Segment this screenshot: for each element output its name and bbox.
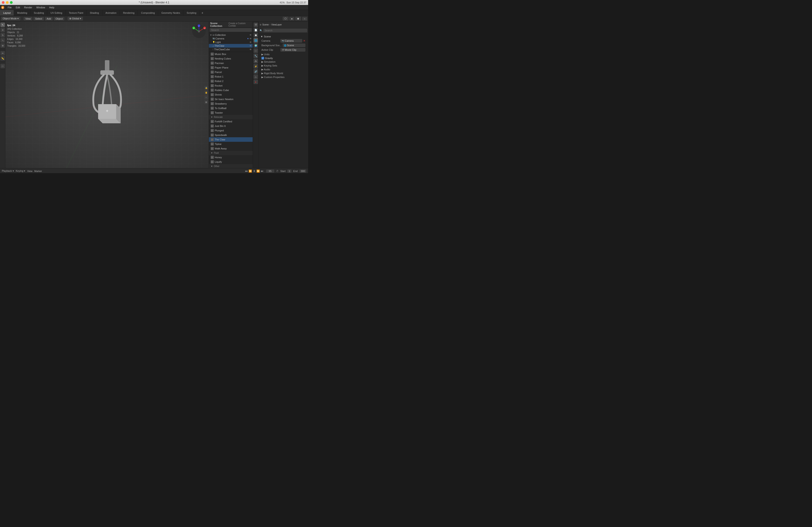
step-back-button[interactable]: ⏪ xyxy=(249,169,252,173)
maximize-button[interactable] xyxy=(10,1,13,4)
view-layer-props-icon[interactable]: 🔲 xyxy=(253,33,258,37)
physics-props-icon[interactable]: ⚡ xyxy=(253,64,258,69)
rigidbody-section[interactable]: ▶ Rigid Body World xyxy=(260,72,307,75)
mode-dropdown[interactable]: Object Mode ▾ xyxy=(1,17,20,20)
tab-shading[interactable]: Shading xyxy=(87,10,102,16)
object-menu[interactable]: Object xyxy=(54,17,64,20)
customprops-section[interactable]: ▶ Custom Properties xyxy=(260,75,307,79)
tab-modeling[interactable]: Modeling xyxy=(14,10,31,16)
section-relocate[interactable]: ▼ Relocate xyxy=(209,115,252,119)
timeline-keying-menu[interactable]: Keying ▾ xyxy=(16,169,26,172)
transform-global[interactable]: ⊕ Global ▾ xyxy=(68,17,83,20)
timeline-view-menu[interactable]: View xyxy=(27,170,32,172)
collection-light[interactable]: 💡 Light 👁 xyxy=(209,40,252,44)
theclawcube-eye-icon[interactable]: 👁 xyxy=(249,48,252,51)
collection-root[interactable]: ▼ 🗂 Collection 👁 xyxy=(209,33,252,37)
viewport-hand-icon[interactable]: ✋ xyxy=(204,91,208,95)
scene-robot1[interactable]: ▷ Robot 1 xyxy=(209,74,252,79)
start-frame-input[interactable]: 1 xyxy=(287,169,291,173)
scene-pacman[interactable]: ▷ Pacman xyxy=(209,61,252,65)
outliner-options[interactable]: Create a Custom Confab xyxy=(229,22,251,27)
activeclip-prop-value[interactable]: 🎬 Movie Clip xyxy=(280,48,305,51)
add-menu[interactable]: Add xyxy=(45,17,53,20)
select-menu[interactable]: Select xyxy=(33,17,44,20)
section-fluid[interactable]: ▼ Fluid xyxy=(209,151,252,155)
output-props-icon[interactable]: 📄 xyxy=(253,28,258,32)
scene-search-input[interactable] xyxy=(210,28,252,32)
rotate-tool[interactable]: ↻ xyxy=(0,33,5,37)
collection-theclaw[interactable]: △ TheClaw 👁 xyxy=(209,44,252,48)
scene-tiptoe[interactable]: ▷ Tiptoe xyxy=(209,142,252,146)
measure-tool[interactable]: 📏 xyxy=(0,56,5,61)
theclaw-eye-icon[interactable]: 👁 xyxy=(249,45,252,47)
menu-edit[interactable]: Edit xyxy=(14,6,22,9)
eye-icon[interactable]: 👁 xyxy=(249,34,252,36)
timeline-marker-menu[interactable]: Marker xyxy=(34,170,42,172)
viewport-grid-icon[interactable]: ▦ xyxy=(204,100,208,104)
viewport-3d[interactable]: fps: 24 (95) Collection Objects 21 Verti… xyxy=(5,21,209,168)
jump-end-button[interactable]: ⏭ xyxy=(261,169,263,173)
menu-file[interactable]: File xyxy=(6,6,14,9)
minimize-button[interactable] xyxy=(6,1,9,4)
tab-uv-editing[interactable]: UV Editing xyxy=(47,10,66,16)
scene-paperplane[interactable]: ▷ Paper Plane xyxy=(209,65,252,70)
scene-togolfball[interactable]: ▷ To Golfball xyxy=(209,106,252,110)
tab-compositing[interactable]: Compositing xyxy=(138,10,158,16)
material-props-icon[interactable]: ● xyxy=(253,79,258,84)
tab-geometry-nodes[interactable]: Geometry Nodes xyxy=(158,10,183,16)
render-props-icon[interactable]: 🎬 xyxy=(253,22,258,27)
keyingsets-section[interactable]: ▶ Keying Sets xyxy=(260,64,307,67)
scene-speedwalk[interactable]: ▷ Speedwalk xyxy=(209,133,252,137)
scene-justbin[interactable]: ▷ Just Bin It xyxy=(209,124,252,128)
play-button[interactable]: ⏸ xyxy=(253,169,256,173)
transform-tool[interactable]: ⊕ xyxy=(0,43,5,48)
tab-layout[interactable]: Layout xyxy=(0,10,14,16)
props-viewlayer-label[interactable]: ViewLayer xyxy=(271,24,282,26)
menu-render[interactable]: Render xyxy=(22,6,34,9)
menu-window[interactable]: Window xyxy=(34,6,47,9)
scene-props-icon[interactable]: 🌐 xyxy=(253,38,258,43)
light-eye-icon[interactable]: 👁 xyxy=(249,41,252,44)
collection-theclawcube[interactable]: □ TheClawCube 👁 xyxy=(209,48,252,51)
viewport-face-icon[interactable]: ☺ xyxy=(204,95,208,100)
viewport-lock-icon[interactable]: 🔒 xyxy=(204,86,208,90)
data-props-icon[interactable]: △ xyxy=(253,74,258,79)
tab-animation[interactable]: Animation xyxy=(102,10,120,16)
scene-rocket[interactable]: ▷ Rocket xyxy=(209,84,252,88)
add-workspace-button[interactable]: + xyxy=(200,10,205,16)
close-button[interactable] xyxy=(2,1,4,4)
scene-honey[interactable]: ▷ Honey xyxy=(209,155,252,160)
scale-tool[interactable]: ⤡ xyxy=(0,38,5,43)
annotate-tool[interactable]: ✏ xyxy=(0,51,5,56)
particles-props-icon[interactable]: ⁂ xyxy=(253,59,258,63)
scene-rubikscube[interactable]: ▷ Rubiks Cube xyxy=(209,88,252,92)
viewport-gizmo[interactable]: X Y Z xyxy=(191,24,207,40)
move-tool[interactable]: ✛ xyxy=(0,28,5,32)
units-section[interactable]: ▶ Units xyxy=(260,52,307,56)
menu-help[interactable]: Help xyxy=(47,6,56,9)
timeline-playback-menu[interactable]: Playback ▾ xyxy=(2,169,14,172)
scene-sirisaac[interactable]: ▷ Sir Isacc Newton xyxy=(209,97,252,102)
scene-liquify[interactable]: ▷ Liquify xyxy=(209,160,252,164)
tab-scripting[interactable]: Scripting xyxy=(183,10,200,16)
scene-plunged[interactable]: ▷ Plunged xyxy=(209,128,252,133)
audio-section[interactable]: ▶ Audio xyxy=(260,67,307,72)
viewport-shading-wire[interactable]: ⬡ xyxy=(282,17,289,20)
gravity-section[interactable]: ✓ Gravity xyxy=(260,56,307,60)
view-menu[interactable]: View xyxy=(24,17,32,20)
step-forward-button[interactable]: ⏩ xyxy=(257,169,260,173)
gravity-checkbox[interactable]: ✓ xyxy=(261,57,264,60)
jump-start-button[interactable]: ⏮ xyxy=(245,169,248,173)
constraints-props-icon[interactable]: 🔗 xyxy=(253,69,258,74)
scene-section-header[interactable]: ▼ Scene xyxy=(260,34,307,39)
scene-forklift[interactable]: ▷ Forklift Certified xyxy=(209,119,252,124)
scene-theclaw[interactable]: ▷ The Claw xyxy=(209,137,252,142)
viewport-shading-render[interactable]: ○ xyxy=(302,17,307,20)
collection-camera[interactable]: 📷 Camera ■ 👁 xyxy=(209,37,252,40)
scene-musicbox[interactable]: ▷ Music Box xyxy=(209,52,252,56)
scene-walkaway[interactable]: ▷ Walk Away xyxy=(209,146,252,151)
camera-eye-icon[interactable]: 👁 xyxy=(249,37,252,40)
simulation-section[interactable]: ▶ Simulation xyxy=(260,60,307,64)
camera-remove-button[interactable]: ✕ xyxy=(303,39,305,42)
add-cube-tool[interactable]: □ xyxy=(0,64,5,68)
